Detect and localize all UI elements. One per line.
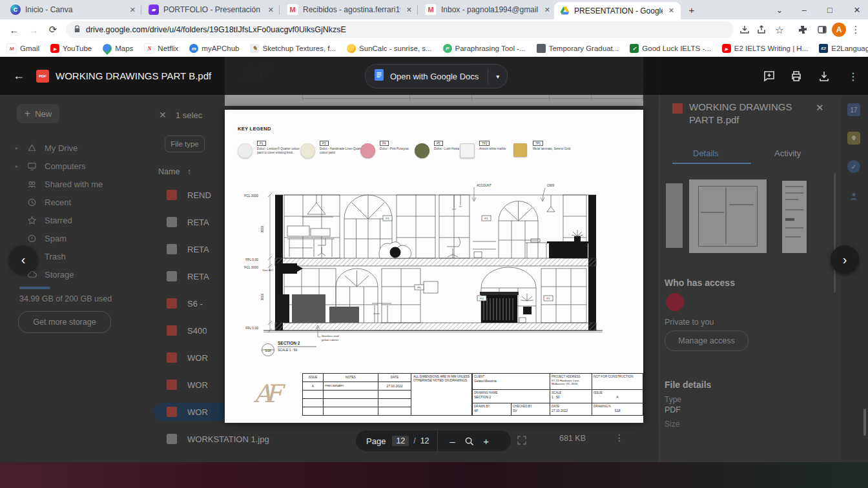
browser-tab-inbox[interactable]: Inbox - pagnola1994@gmail.com ✕ bbox=[420, 0, 557, 19]
sidebar-item-computers[interactable]: ▸ Computers bbox=[14, 157, 143, 175]
current-page-input[interactable]: 12 bbox=[392, 436, 409, 446]
tab-title: Inbox - pagnola1994@gmail.com bbox=[441, 5, 539, 14]
url-bar[interactable]: drive.google.com/drive/u/4/folders/19G18… bbox=[66, 21, 734, 38]
file-size-cell: 681 KB bbox=[559, 434, 586, 443]
bookmark-e2language[interactable]: E2Language.com –... bbox=[819, 44, 868, 53]
file-row[interactable]: WOR bbox=[167, 350, 225, 365]
sidebar-item-recent[interactable]: Recent bbox=[14, 193, 143, 211]
bookmark-e2-ielts[interactable]: E2 IELTS Writing | H... bbox=[722, 44, 808, 53]
browser-tab-recibidos[interactable]: Recibidos - agostina.ferrari1994 ✕ bbox=[282, 0, 418, 19]
bookmark-gmail[interactable]: Gmail bbox=[6, 43, 39, 54]
expand-chevron-icon[interactable]: ▸ bbox=[14, 163, 19, 169]
window-minimize-button[interactable]: – bbox=[793, 0, 815, 19]
bookmark-sketchup[interactable]: Sketchup Textures, f... bbox=[250, 44, 336, 53]
header-more-options-icon[interactable]: ⋮ bbox=[846, 69, 860, 83]
extensions-puzzle-icon[interactable] bbox=[796, 23, 810, 36]
bookmark-myapchub[interactable]: myAPChub bbox=[189, 44, 239, 53]
keep-icon[interactable] bbox=[847, 132, 860, 145]
bookmark-netflix[interactable]: Netflix bbox=[144, 43, 178, 54]
file-row[interactable]: S400 bbox=[167, 323, 225, 338]
image-file-icon bbox=[167, 217, 177, 227]
get-more-storage-button[interactable]: Get more storage bbox=[18, 311, 111, 333]
browser-tab-canva[interactable]: Inicio - Canva ✕ bbox=[5, 0, 142, 19]
bookmark-youtube[interactable]: YouTube bbox=[50, 44, 92, 53]
tab-close-icon[interactable]: ✕ bbox=[267, 6, 275, 14]
back-button[interactable]: ← bbox=[6, 22, 22, 37]
drive-new-button[interactable]: + New bbox=[17, 104, 59, 123]
finish-tag: P1 bbox=[386, 217, 389, 220]
clear-selection-icon[interactable]: ✕ bbox=[159, 110, 167, 120]
image-file-icon bbox=[167, 434, 177, 444]
finish-tag: P1 bbox=[484, 217, 488, 220]
image-file-icon bbox=[167, 271, 177, 281]
browser-tab-portfolio[interactable]: PORTFOLIO - Presentación ✕ bbox=[143, 0, 280, 19]
manage-access-button[interactable]: Manage access bbox=[665, 330, 749, 351]
file-row[interactable]: RETA bbox=[167, 214, 225, 230]
row-menu-icon[interactable]: ⋮ bbox=[615, 432, 624, 443]
tab-details[interactable]: Details bbox=[693, 148, 719, 158]
annotation: ACCOUNT bbox=[477, 184, 491, 187]
browser-menu-icon[interactable]: ⋮ bbox=[849, 23, 863, 36]
bookmark-maps[interactable]: Maps bbox=[103, 44, 133, 53]
expand-chevron-icon[interactable]: ▸ bbox=[14, 145, 19, 151]
window-maximize-button[interactable]: □ bbox=[819, 0, 841, 19]
add-comment-icon[interactable] bbox=[762, 69, 776, 83]
window-close-button[interactable]: ✕ bbox=[846, 0, 868, 19]
sidebar-item-my-drive[interactable]: ▸ My Drive bbox=[14, 139, 143, 157]
zoom-out-button[interactable]: – bbox=[444, 436, 461, 447]
next-page-button[interactable]: › bbox=[831, 245, 859, 274]
tab-close-icon[interactable]: ✕ bbox=[543, 6, 552, 14]
pdf-back-button[interactable]: ← bbox=[13, 69, 25, 83]
dimension-label: 3000 bbox=[260, 225, 264, 232]
download-icon[interactable] bbox=[817, 69, 831, 83]
tab-search-button[interactable]: ⌄ bbox=[769, 0, 790, 19]
bookmark-temporary-grad[interactable]: Temporary Graduat... bbox=[537, 44, 619, 53]
bookmark-goodluck-ielts[interactable]: Good Luck IELTS -... bbox=[630, 44, 711, 53]
contacts-icon[interactable] bbox=[847, 190, 860, 203]
file-type-filter-chip[interactable]: File type bbox=[165, 136, 205, 152]
bookmark-suncalc[interactable]: SunCalc - sunrise, s... bbox=[347, 44, 431, 53]
file-row[interactable]: RETA bbox=[167, 269, 225, 284]
share-icon[interactable] bbox=[754, 23, 769, 36]
zoom-tool-icon[interactable] bbox=[461, 436, 478, 446]
title-block: ISSUE NOTES DATE A PRELIMINARY 27.10.202… bbox=[302, 373, 643, 416]
sidebar-item-spam[interactable]: Spam bbox=[14, 229, 143, 247]
zoom-in-button[interactable]: + bbox=[478, 436, 495, 447]
tab-close-icon[interactable]: ✕ bbox=[405, 6, 413, 14]
sidebar-item-starred[interactable]: Starred bbox=[14, 211, 143, 229]
reload-button[interactable]: ⟳ bbox=[45, 22, 61, 37]
file-row[interactable]: WOR bbox=[167, 377, 225, 392]
tab-activity[interactable]: Activity bbox=[774, 148, 801, 158]
window-scrollbar[interactable] bbox=[863, 409, 866, 436]
bookmark-star-icon[interactable]: ☆ bbox=[772, 23, 787, 36]
browser-tab-presentation-active[interactable]: PRESENTATION - Google Drive ✕ bbox=[554, 2, 681, 19]
file-row[interactable]: REND bbox=[167, 187, 225, 203]
panel-scrollbar[interactable] bbox=[834, 173, 836, 292]
print-icon[interactable] bbox=[789, 69, 803, 83]
file-row-selected[interactable]: WOR bbox=[167, 404, 225, 420]
new-tab-button[interactable]: + bbox=[683, 0, 700, 19]
profile-avatar[interactable]: A bbox=[832, 23, 846, 37]
level-label: FFL 0.00 bbox=[245, 258, 258, 261]
who-has-access-heading: Who has access bbox=[665, 278, 735, 288]
file-row[interactable]: S6 - bbox=[167, 296, 225, 311]
name-column-header[interactable]: Name ↑ bbox=[158, 167, 191, 176]
open-with-dropdown-caret[interactable]: ▾ bbox=[488, 73, 507, 80]
sidebar-item-shared-with-me[interactable]: Shared with me bbox=[14, 175, 143, 193]
side-panel-icon[interactable] bbox=[815, 23, 829, 36]
tab-title: PORTFOLIO - Presentación bbox=[163, 5, 262, 14]
tasks-icon[interactable]: ✓ bbox=[847, 160, 860, 173]
previous-page-button[interactable]: ‹ bbox=[9, 245, 37, 274]
forward-button[interactable]: → bbox=[26, 22, 41, 37]
bookmark-paraphrasing[interactable]: Paraphrasing Tool -... bbox=[443, 44, 526, 53]
close-details-icon[interactable]: ✕ bbox=[816, 102, 824, 114]
open-with-google-docs-button[interactable]: Open with Google Docs ▾ bbox=[365, 64, 508, 88]
file-row[interactable]: RETA bbox=[167, 241, 225, 257]
fit-to-page-icon[interactable] bbox=[517, 435, 527, 448]
calendar-icon[interactable]: 17 bbox=[847, 103, 860, 116]
save-offline-icon[interactable] bbox=[738, 23, 752, 36]
tab-close-icon[interactable]: ✕ bbox=[667, 6, 676, 15]
details-panel: WORKING DRAWINGS PART B.pdf ✕ Details Ac… bbox=[659, 57, 842, 462]
drawn-by-cell: DRAWN BY AF bbox=[473, 403, 512, 415]
tab-close-icon[interactable]: ✕ bbox=[129, 6, 137, 14]
